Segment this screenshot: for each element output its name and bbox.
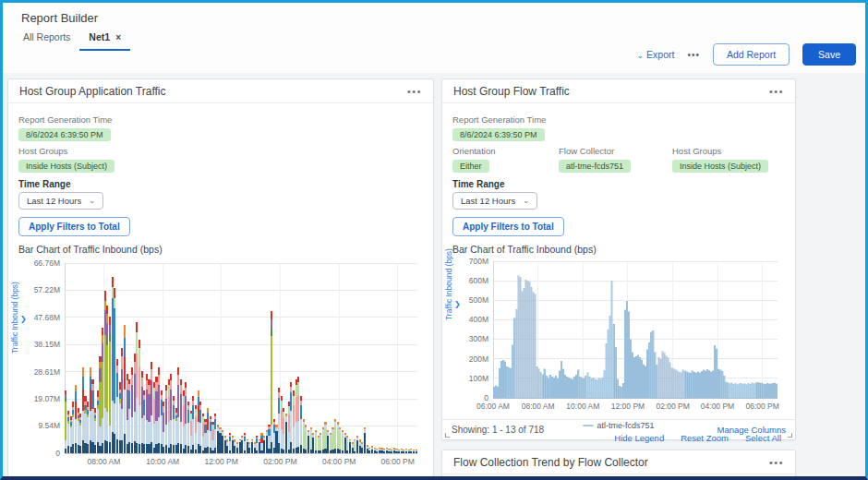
y-axis-title: Traffic Inbound (bps)	[444, 248, 453, 320]
panel-menu-icon[interactable]: •••	[769, 86, 784, 97]
chevron-down-icon: ⌄	[89, 197, 95, 205]
svg-text:700M: 700M	[469, 258, 488, 266]
panel-header: Flow Collection Trend by Flow Collector …	[442, 450, 795, 474]
svg-text:10:00 AM: 10:00 AM	[566, 402, 599, 411]
tab-all-reports[interactable]: All Reports	[14, 30, 79, 51]
tab-net1[interactable]: Net1×	[79, 30, 130, 51]
svg-text:300M: 300M	[469, 334, 488, 343]
manage-columns-link[interactable]: Manage Columns	[717, 425, 786, 435]
time-range-label: Time Range	[18, 179, 423, 189]
resize-handle-icon[interactable]	[788, 433, 792, 438]
export-button[interactable]: ⌄Export	[637, 49, 675, 60]
panel-header: Host Group Application Traffic •••	[8, 79, 433, 103]
tab-bar: All Reports Net1×	[14, 30, 130, 51]
axis-expand-icon[interactable]: ❯	[454, 300, 461, 308]
panel-title: Host Group Flow Traffic	[453, 85, 570, 98]
time-range-value: Last 12 Hours	[27, 196, 81, 206]
host-groups-label: Host Groups	[672, 146, 768, 156]
chevron-down-icon: ⌄	[523, 197, 529, 205]
time-range-value: Last 12 Hours	[461, 196, 515, 206]
report-generation-time-badge: 8/6/2024 6:39:50 PM	[452, 128, 545, 141]
host-groups-badge: Inside Hosts (Subject)	[18, 160, 115, 173]
close-tab-icon[interactable]: ×	[115, 32, 121, 42]
chart-caption: Bar Chart of Traffic Inbound (bps)	[452, 244, 785, 255]
panel-body: Report Generation Time 8/6/2024 6:39:50 …	[8, 103, 433, 480]
chart-caption: Bar Chart of Traffic Inbound (bps)	[18, 244, 423, 255]
svg-text:02:00 PM: 02:00 PM	[656, 402, 689, 411]
svg-text:200M: 200M	[469, 354, 488, 364]
resize-handle-icon[interactable]	[445, 433, 450, 438]
chevron-down-icon: ⌄	[637, 51, 645, 60]
svg-text:04:00 PM: 04:00 PM	[701, 402, 734, 411]
flow-collector-badge: atl-tme-fcds751	[559, 160, 631, 173]
panel-title: Host Group Application Traffic	[19, 85, 166, 98]
export-label: Export	[646, 49, 674, 60]
svg-text:400M: 400M	[469, 315, 488, 324]
svg-text:06:00 PM: 06:00 PM	[380, 457, 414, 466]
apply-filters-button[interactable]: Apply Filters to Total	[18, 217, 130, 236]
svg-text:02:00 PM: 02:00 PM	[263, 457, 296, 466]
flow-collector-label: Flow Collector	[559, 146, 672, 156]
report-generation-time-label: Report Generation Time	[452, 114, 785, 125]
svg-text:57.22M: 57.22M	[34, 285, 60, 294]
svg-text:12:00 PM: 12:00 PM	[611, 402, 645, 411]
svg-text:47.68M: 47.68M	[34, 313, 60, 322]
host-groups-badge: Inside Hosts (Subject)	[672, 160, 768, 173]
svg-text:04:00 PM: 04:00 PM	[322, 457, 356, 466]
panel-menu-icon[interactable]: •••	[769, 457, 784, 468]
panel-host-group-application-traffic: Host Group Application Traffic ••• Repor…	[7, 78, 434, 480]
tab-net1-label: Net1	[89, 31, 110, 42]
svg-text:10:00 AM: 10:00 AM	[146, 457, 179, 466]
panel-header: Host Group Flow Traffic •••	[442, 79, 795, 103]
save-button[interactable]: Save	[802, 43, 856, 66]
flow-traffic-chart-area: ❯ Traffic Inbound (bps) 700M600M500M400M…	[452, 258, 785, 420]
panel-menu-icon[interactable]: •••	[407, 86, 422, 97]
panel-title: Flow Collection Trend by Flow Collector	[453, 456, 648, 469]
svg-text:9.54M: 9.54M	[38, 421, 60, 430]
svg-text:28.61M: 28.61M	[34, 367, 60, 377]
report-builder-page: Report Builder All Reports Net1× ⌄Export…	[0, 0, 868, 480]
svg-text:0: 0	[55, 449, 60, 458]
svg-text:38.15M: 38.15M	[34, 340, 60, 349]
panel-footer: Showing: 1 - 13 of 718 Manage Columns	[442, 419, 795, 439]
showing-count: Showing: 1 - 13 of 718	[452, 425, 544, 435]
top-header: Report Builder All Reports Net1× ⌄Export…	[3, 3, 865, 73]
apply-filters-button[interactable]: Apply Filters to Total	[452, 217, 564, 236]
application-traffic-chart-area: ❯ Traffic Inbound (bps) 66.76M57.22M47.6…	[18, 258, 423, 477]
report-generation-time-label: Report Generation Time	[18, 114, 423, 125]
y-axis-title: Traffic Inbound (bps)	[10, 282, 19, 354]
stacked-bar-chart[interactable]: 66.76M57.22M47.68M38.15M28.61M19.07M9.54…	[18, 258, 423, 474]
svg-text:08:00 AM: 08:00 AM	[87, 457, 120, 466]
axis-expand-icon[interactable]: ❯	[20, 315, 27, 323]
svg-text:600M: 600M	[469, 276, 488, 285]
panel-host-group-flow-traffic: Host Group Flow Traffic ••• Report Gener…	[441, 78, 796, 440]
add-report-button[interactable]: Add Report	[713, 43, 790, 66]
svg-text:06:00 AM: 06:00 AM	[476, 402, 510, 411]
svg-text:66.76M: 66.76M	[34, 258, 60, 268]
panel-body: Report Generation Time 8/6/2024 6:39:50 …	[442, 103, 795, 443]
time-range-label: Time Range	[452, 179, 785, 189]
host-groups-label: Host Groups	[18, 146, 423, 156]
report-toolbar: ⌄Export ••• Add Report Save	[637, 43, 856, 66]
flow-bar-chart[interactable]: 700M600M500M400M300M200M100M006:00 AM08:…	[452, 258, 783, 416]
svg-text:100M: 100M	[469, 374, 488, 383]
svg-text:500M: 500M	[469, 295, 488, 305]
time-range-select[interactable]: Last 12 Hours⌄	[18, 192, 103, 210]
svg-text:08:00 AM: 08:00 AM	[522, 402, 555, 411]
more-actions-icon[interactable]: •••	[687, 50, 700, 60]
svg-text:19.07M: 19.07M	[34, 394, 60, 403]
time-range-select[interactable]: Last 12 Hours⌄	[452, 192, 537, 210]
report-generation-time-badge: 8/6/2024 6:39:50 PM	[18, 128, 111, 141]
svg-text:12:00 PM: 12:00 PM	[204, 457, 237, 466]
svg-text:06:00 PM: 06:00 PM	[745, 402, 778, 411]
panel-flow-collection-trend: Flow Collection Trend by Flow Collector …	[441, 450, 796, 480]
orientation-label: Orientation	[452, 146, 559, 156]
page-title: Report Builder	[21, 11, 98, 25]
orientation-badge: Either	[452, 160, 489, 173]
